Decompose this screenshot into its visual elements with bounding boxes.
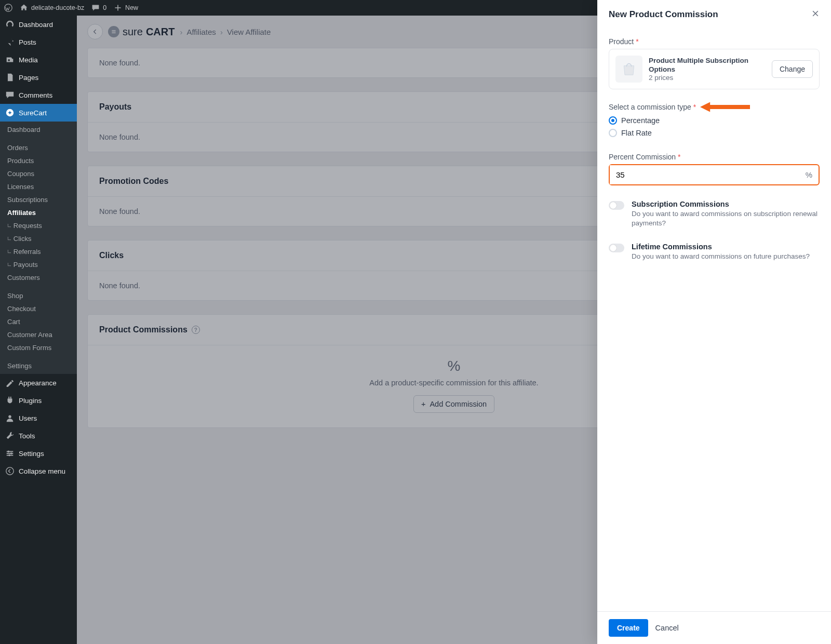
help-icon[interactable]: ?: [192, 326, 200, 334]
sub-requests[interactable]: ∟Requests: [0, 219, 77, 232]
menu-label: Dashboard: [19, 21, 53, 29]
sub-orders[interactable]: Orders: [0, 141, 77, 154]
toggle-desc: Do you want to award commissions on subs…: [632, 209, 820, 228]
menu-label: Users: [19, 414, 37, 422]
radio-flat-rate[interactable]: Flat Rate: [609, 127, 820, 139]
sub-payouts[interactable]: ∟Payouts: [0, 258, 77, 271]
create-button[interactable]: Create: [609, 619, 648, 637]
product-prices: 2 prices: [649, 74, 766, 82]
tree-icon: ∟: [7, 248, 11, 256]
menu-label: Plugins: [19, 397, 42, 405]
plugins-icon: [5, 396, 15, 405]
toggle-title: Subscription Commissions: [632, 200, 820, 208]
svg-point-9: [8, 454, 10, 457]
plus-icon: +: [421, 400, 425, 408]
add-commission-button[interactable]: + Add Commission: [413, 395, 494, 413]
menu-collapse[interactable]: Collapse menu: [0, 462, 77, 480]
breadcrumb: › Affiliates › View Affiliate: [180, 28, 271, 36]
surecart-submenu: Dashboard Orders Products Coupons Licens…: [0, 122, 77, 374]
percent-input-wrap: %: [609, 164, 820, 185]
brand-suffix: CART: [146, 26, 175, 38]
menu-dashboard[interactable]: Dashboard: [0, 16, 77, 33]
sub-custom-forms[interactable]: Custom Forms: [0, 341, 77, 354]
svg-point-3: [8, 415, 11, 418]
sub-cart[interactable]: Cart: [0, 315, 77, 328]
cancel-button[interactable]: Cancel: [655, 624, 679, 632]
product-label: Product *: [609, 37, 820, 46]
page-icon: [5, 73, 15, 82]
wp-logo[interactable]: [4, 4, 12, 12]
menu-label: Posts: [19, 38, 36, 46]
sub-customer-area[interactable]: Customer Area: [0, 328, 77, 341]
site-name: delicate-ducote-bz: [31, 4, 84, 11]
menu-label: Settings: [19, 450, 44, 458]
menu-tools[interactable]: Tools: [0, 427, 77, 445]
toggle-desc: Do you want to award commissions on futu…: [632, 252, 810, 261]
menu-appearance[interactable]: Appearance: [0, 374, 77, 392]
tree-icon: ∟: [7, 222, 11, 230]
crumb-affiliates[interactable]: Affiliates: [186, 28, 216, 36]
menu-label: Appearance: [19, 379, 57, 387]
callout-arrow-icon: [700, 101, 750, 113]
sub-settings[interactable]: Settings: [0, 359, 77, 372]
product-card: Product Multiple Subscription Options 2 …: [609, 49, 820, 89]
menu-plugins[interactable]: Plugins: [0, 392, 77, 409]
menu-surecart[interactable]: SureCart: [0, 104, 77, 122]
radio-icon: [609, 116, 617, 125]
sub-dashboard[interactable]: Dashboard: [0, 123, 77, 136]
sub-products[interactable]: Products: [0, 154, 77, 167]
sub-subscriptions[interactable]: Subscriptions: [0, 193, 77, 206]
slideover-title: New Product Commission: [609, 9, 718, 20]
menu-pages[interactable]: Pages: [0, 69, 77, 86]
slideover-new-commission: New Product Commission Product * Product…: [597, 0, 831, 644]
menu-media[interactable]: Media: [0, 51, 77, 69]
dashboard-icon: [5, 20, 15, 29]
svg-point-7: [8, 451, 10, 453]
new-link[interactable]: New: [114, 4, 138, 12]
sub-customers[interactable]: Customers: [0, 271, 77, 284]
svg-point-10: [6, 467, 14, 475]
menu-users[interactable]: Users: [0, 409, 77, 427]
menu-settings[interactable]: Settings: [0, 445, 77, 462]
product-thumb: [615, 56, 642, 83]
sub-checkout[interactable]: Checkout: [0, 302, 77, 315]
sub-licenses[interactable]: Licenses: [0, 180, 77, 193]
comments-link[interactable]: 0: [91, 4, 106, 12]
comments-count: 0: [103, 4, 106, 11]
collapse-icon: [5, 466, 15, 476]
tree-icon: ∟: [7, 261, 11, 269]
brand-logo-icon: [108, 26, 119, 37]
chevron-right-icon: ›: [180, 28, 182, 36]
crumb-view-affiliate: View Affiliate: [227, 28, 271, 36]
users-icon: [5, 413, 15, 423]
surecart-icon: [5, 108, 15, 117]
percent-input[interactable]: [610, 165, 799, 184]
admin-sidebar: Dashboard Posts Media Pages Comments Sur…: [0, 16, 77, 644]
sub-coupons[interactable]: Coupons: [0, 167, 77, 180]
media-icon: [5, 55, 15, 64]
sub-referrals[interactable]: ∟Referrals: [0, 245, 77, 258]
brand: sureCART: [108, 26, 175, 38]
percent-suffix: %: [799, 170, 819, 179]
menu-comments[interactable]: Comments: [0, 86, 77, 104]
settings-icon: [5, 449, 15, 458]
svg-point-8: [10, 452, 12, 454]
sub-shop[interactable]: Shop: [0, 289, 77, 302]
menu-label: Comments: [19, 91, 52, 99]
menu-label: Pages: [19, 74, 38, 82]
back-button[interactable]: [87, 24, 103, 39]
menu-label: SureCart: [19, 109, 47, 117]
change-product-button[interactable]: Change: [772, 60, 813, 78]
comment-icon: [5, 90, 15, 100]
site-link[interactable]: delicate-ducote-bz: [20, 4, 84, 12]
sub-affiliates[interactable]: Affiliates: [0, 206, 77, 219]
toggle-lifetime-commissions[interactable]: [609, 244, 624, 252]
svg-point-1: [8, 59, 10, 61]
close-button[interactable]: [811, 9, 820, 20]
appearance-icon: [5, 378, 15, 387]
radio-percentage[interactable]: Percentage: [609, 114, 820, 127]
sub-clicks[interactable]: ∟Clicks: [0, 232, 77, 245]
toggle-subscription-commissions[interactable]: [609, 201, 624, 210]
tree-icon: ∟: [7, 235, 11, 243]
menu-posts[interactable]: Posts: [0, 33, 77, 51]
